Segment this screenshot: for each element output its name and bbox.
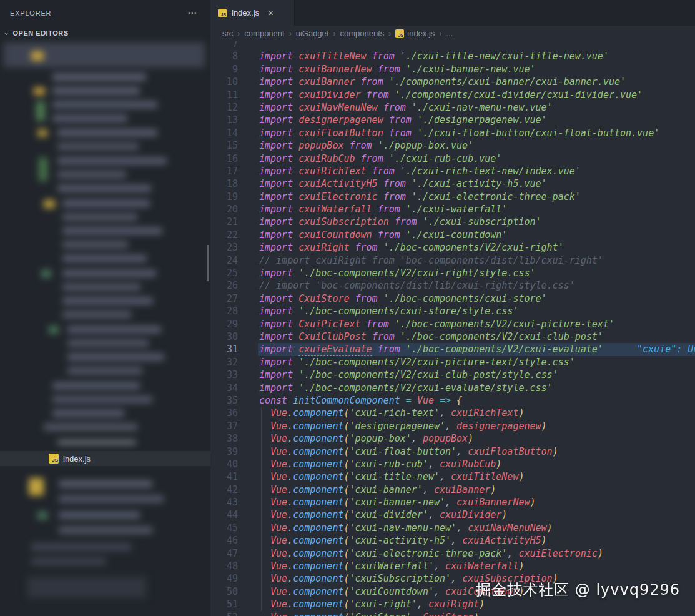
line-number[interactable]: 28	[210, 305, 238, 317]
line-number[interactable]: 23	[210, 241, 238, 254]
line-number[interactable]: 10	[210, 76, 238, 88]
line-number[interactable]: 18	[210, 177, 238, 190]
line-number[interactable]: 44	[210, 509, 238, 521]
line-number[interactable]: 35	[210, 394, 238, 407]
line-number[interactable]: 49	[210, 572, 238, 585]
code-line[interactable]: 8import cxuiTitleNew from './cxui-title-…	[210, 50, 695, 62]
code-line[interactable]: 52 Vue.component('CxuiStore', CxuiStore)	[210, 611, 695, 616]
line-number[interactable]: 48	[210, 560, 238, 572]
line-number[interactable]: 8	[210, 50, 238, 62]
close-icon[interactable]: ×	[268, 8, 274, 17]
line-number[interactable]: 19	[210, 191, 238, 203]
more-actions-icon[interactable]: ⋯	[187, 8, 197, 17]
breadcrumb-item-[interactable]: ...	[446, 29, 453, 38]
code-line[interactable]: 12import cxuiNavMenuNew from './cxui-nav…	[210, 101, 695, 114]
line-number[interactable]: 51	[210, 598, 238, 610]
sidebar-scrollbar[interactable]	[207, 245, 209, 281]
code-line[interactable]: 33import './boc-components/V2/cxui-club-…	[210, 369, 695, 381]
line-number[interactable]: 29	[210, 318, 238, 330]
line-number[interactable]: 40	[210, 458, 238, 470]
code-line[interactable]: 16import cxuiRubCub from './cxui-rub-cub…	[210, 152, 695, 165]
code-editor[interactable]: 78import cxuiTitleNew from './cxui-title…	[210, 41, 695, 616]
line-number[interactable]: 9	[210, 63, 238, 76]
code-line[interactable]: 14import cxuiFloatButton from './cxui-fl…	[210, 127, 695, 139]
code-line[interactable]: 20import cxuiWaterfall from './cxui-wate…	[210, 203, 695, 216]
line-number[interactable]: 47	[210, 547, 238, 560]
code-line[interactable]: 29import CxuiPicText from './boc-compone…	[210, 318, 695, 330]
code-line[interactable]: 44 Vue.component('cxui-divider', cxuiDiv…	[210, 509, 695, 521]
line-number[interactable]: 34	[210, 382, 238, 394]
line-number[interactable]: 13	[210, 114, 238, 126]
code-line[interactable]: 24// import cxuiRight from 'boc-componen…	[210, 254, 695, 267]
line-number[interactable]: 25	[210, 267, 238, 279]
code-line[interactable]: 34import './boc-components/V2/cxui-evalu…	[210, 382, 695, 394]
code-line[interactable]: 36 Vue.component('cxui-rich-text', cxuiR…	[210, 407, 695, 419]
code-line[interactable]: 26// import 'boc-components/dist/lib/cxu…	[210, 279, 695, 292]
line-number[interactable]: 20	[210, 203, 238, 216]
code-line[interactable]: 27import CxuiStore from './boc-component…	[210, 292, 695, 305]
breadcrumb-item-indexjs[interactable]: JSindex.js	[395, 29, 435, 38]
line-number[interactable]: 31	[210, 343, 238, 355]
line-number[interactable]: 46	[210, 534, 238, 547]
code-line[interactable]: 48 Vue.component('cxuiWaterfall', cxuiWa…	[210, 560, 695, 572]
code-line[interactable]: 9import cxuiBannerNew from './cxui-banne…	[210, 63, 695, 76]
code-line[interactable]: 22import cxuiCountdown from './cxui-coun…	[210, 229, 695, 241]
line-number[interactable]: 11	[210, 89, 238, 101]
code-line[interactable]: 23import cxuiRight from './boc-component…	[210, 241, 695, 254]
code-line[interactable]: 25import './boc-components/V2/cxui-right…	[210, 267, 695, 279]
line-number[interactable]: 38	[210, 432, 238, 445]
code-line[interactable]: 28import './boc-components/cxui-store/st…	[210, 305, 695, 317]
line-number[interactable]: 16	[210, 152, 238, 165]
code-line[interactable]: 32import './boc-components/V2/cxui-pictu…	[210, 356, 695, 369]
open-editors-header[interactable]: ⌄ OPEN EDITORS	[0, 26, 210, 41]
code-line[interactable]: 40 Vue.component('cxui-rub-cub', cxuiRub…	[210, 458, 695, 470]
code-line[interactable]: 17import cxuiRichText from './cxui-rich-…	[210, 165, 695, 177]
code-line[interactable]: 35const initCommonComponent = Vue => {	[210, 394, 695, 407]
line-number[interactable]: 52	[210, 611, 238, 616]
breadcrumb-item-components[interactable]: components	[340, 29, 384, 38]
code-line[interactable]: 39 Vue.component('cxui-float-button', cx…	[210, 445, 695, 458]
line-number[interactable]: 21	[210, 216, 238, 228]
line-number[interactable]: 12	[210, 101, 238, 114]
code-line[interactable]: 46 Vue.component('cxui-activity-h5', cxu…	[210, 534, 695, 547]
code-line[interactable]: 31import cxuieEvaluate from './boc-compo…	[210, 343, 695, 355]
code-line[interactable]: 38 Vue.component('popup-box', popupBox)	[210, 432, 695, 445]
tab-indexjs[interactable]: JS index.js ×	[210, 0, 295, 26]
breadcrumb-item-uiGadget[interactable]: uiGadget	[296, 29, 329, 38]
code-line[interactable]: 13import designerpagenew from './designe…	[210, 114, 695, 126]
code-line[interactable]: 10import cxuiBanner from './components/c…	[210, 76, 695, 88]
breadcrumb-item-src[interactable]: src	[222, 29, 233, 38]
code-line[interactable]: 7	[210, 41, 695, 50]
line-number[interactable]: 14	[210, 127, 238, 139]
code-line[interactable]: 47 Vue.component('cxui-electronic-three-…	[210, 547, 695, 560]
line-number[interactable]: 32	[210, 356, 238, 369]
line-number[interactable]: 15	[210, 139, 238, 152]
line-number[interactable]: 50	[210, 585, 238, 598]
code-line[interactable]: 21import cxuiSubscription from './cxui-s…	[210, 216, 695, 228]
code-line[interactable]: 45 Vue.component('cxui-nav-menu-new', cx…	[210, 522, 695, 534]
line-number[interactable]: 22	[210, 229, 238, 241]
line-number[interactable]: 7	[210, 41, 238, 50]
line-number[interactable]: 17	[210, 165, 238, 177]
code-line[interactable]: 18import cxuiActivityH5 from './cxui-act…	[210, 177, 695, 190]
code-line[interactable]: 43 Vue.component('cxui-banner-new', cxui…	[210, 496, 695, 509]
line-number[interactable]: 45	[210, 522, 238, 534]
code-line[interactable]: 41 Vue.component('cxui-title-new', cxuiT…	[210, 470, 695, 483]
line-number[interactable]: 24	[210, 254, 238, 267]
code-line[interactable]: 42 Vue.component('cxui-banner', cxuiBann…	[210, 484, 695, 496]
line-number[interactable]: 39	[210, 445, 238, 458]
code-line[interactable]: 19import cxuiElectronic from './cxui-ele…	[210, 191, 695, 203]
line-number[interactable]: 41	[210, 470, 238, 483]
line-number[interactable]: 30	[210, 330, 238, 343]
code-line[interactable]: 37 Vue.component('designerpagenew', desi…	[210, 420, 695, 432]
line-number[interactable]: 42	[210, 484, 238, 496]
code-line[interactable]: 51 Vue.component('cxui-right', cxuiRight…	[210, 598, 695, 610]
line-number[interactable]: 43	[210, 496, 238, 509]
code-line[interactable]: 11import cxuiDivider from './components/…	[210, 89, 695, 101]
file-tree-item-indexjs[interactable]: JS index.js	[0, 451, 210, 466]
line-number[interactable]: 33	[210, 369, 238, 381]
code-line[interactable]: 30import CxuiClubPost from './boc-compon…	[210, 330, 695, 343]
line-number[interactable]: 27	[210, 292, 238, 305]
breadcrumb-item-component[interactable]: component	[244, 29, 284, 38]
line-number[interactable]: 26	[210, 279, 238, 292]
